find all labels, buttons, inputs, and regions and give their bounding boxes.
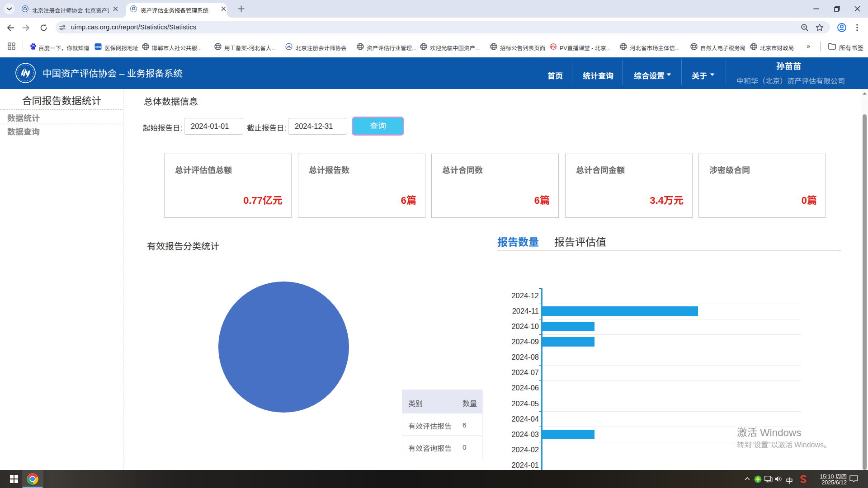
svg-text:PV: PV: [551, 45, 556, 49]
svg-text:CHS: CHS: [95, 46, 101, 48]
